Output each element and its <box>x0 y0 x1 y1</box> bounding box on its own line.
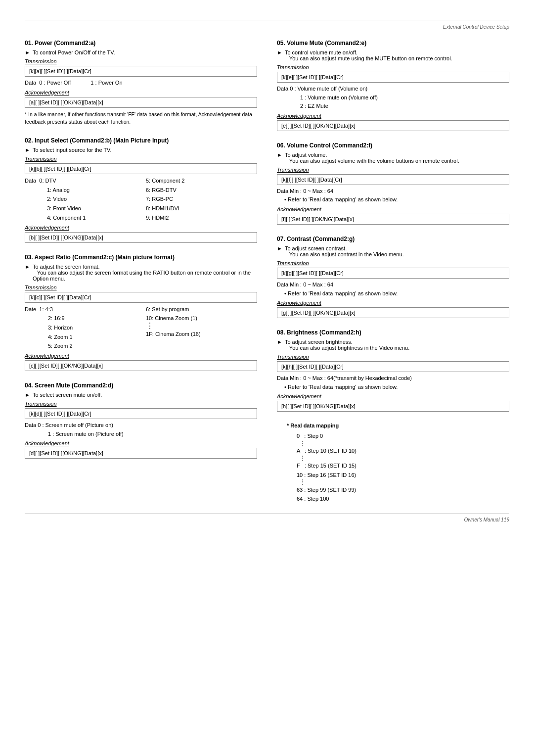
ack-label-02: Acknowledgement <box>25 225 257 231</box>
ack-label-03: Acknowledgement <box>25 353 257 359</box>
bottom-rule <box>25 514 509 514</box>
ack-cmd-04: [d][ ][Set ID][ ][OK/NG][Data][x] <box>25 448 257 459</box>
dots-real-1: ⋮ <box>299 441 509 446</box>
section-02-title: 02. Input Select (Command2:b) (Main Pict… <box>25 137 257 144</box>
page: External Control Device Setup 01. Power … <box>0 0 534 756</box>
tx-cmd-05: [k][e][ ][Set ID][ ][Data][Cr] <box>277 72 509 83</box>
tx-cmd-06: [k][f][ ][Set ID][ ][Data][Cr] <box>277 174 509 185</box>
dots-real-2: ⋮ <box>299 456 509 461</box>
data-lines-08: Data Min : 0 ~ Max : 64(*transmit by Hex… <box>277 374 509 391</box>
dots-real-3: ⋮ <box>299 479 509 485</box>
tx-label-05: Transmission <box>277 64 509 70</box>
data-lines-04: Data 0 : Screen mute off (Picture on) 1 … <box>25 421 257 438</box>
section-08: 08. Brightness (Command2:h) ► To adjust … <box>277 329 509 412</box>
ack-label-07: Acknowledgement <box>277 300 509 306</box>
ack-cmd-01: [a][ ][Set ID][ ][OK/NG][Data][x] <box>25 97 257 108</box>
left-column: 01. Power (Command2:a) ► To control Powe… <box>25 40 257 504</box>
section-06: 06. Volume Control (Command2:f) ► To adj… <box>277 142 509 225</box>
main-content: 01. Power (Command2:a) ► To control Powe… <box>25 40 509 504</box>
ack-cmd-08: [h][ ][Set ID][ ][OK/NG][Data][x] <box>277 401 509 412</box>
arrow-icon-04: ► <box>25 392 30 398</box>
section-05-desc: ► To control volume mute on/off. You can… <box>277 49 509 61</box>
arrow-icon-02: ► <box>25 147 30 153</box>
ack-cmd-07: [g][ ][Set ID][ ][OK/NG][Data][x] <box>277 307 509 318</box>
tx-cmd-08: [k][h][ ][Set ID][ ][Data][Cr] <box>277 361 509 372</box>
tx-cmd-07: [k][g][ ][Set ID][ ][Data][Cr] <box>277 268 509 279</box>
real-data-lines: 0 : Step 0 ⋮ A : Step 10 (SET ID 10) ⋮ F… <box>297 431 509 504</box>
tx-cmd-03: [k][c][ ][Set ID][ ][Data][Cr] <box>25 292 257 303</box>
arrow-icon-05: ► <box>277 49 282 55</box>
data-lines-05: Data 0 : Volume mute off (Volume on) 1 :… <box>277 85 509 111</box>
footer-text: Owner's Manual 119 <box>464 517 509 522</box>
section-07: 07. Contrast (Command2:g) ► To adjust sc… <box>277 236 509 318</box>
tx-label-01: Transmission <box>25 58 257 64</box>
header-title: External Control Device Setup <box>443 24 509 30</box>
real-data-section: * Real data mapping 0 : Step 0 ⋮ A : Ste… <box>287 423 509 504</box>
ack-label-05: Acknowledgement <box>277 113 509 119</box>
arrow-icon-03: ► <box>25 264 30 270</box>
note-01: * In a like manner, if other functions t… <box>25 111 257 127</box>
ack-label-06: Acknowledgement <box>277 206 509 212</box>
tx-label-02: Transmission <box>25 156 257 162</box>
ack-label-01: Acknowledgement <box>25 90 257 95</box>
section-02: 02. Input Select (Command2:b) (Main Pict… <box>25 137 257 242</box>
section-06-title: 06. Volume Control (Command2:f) <box>277 142 509 149</box>
tx-label-04: Transmission <box>25 401 257 407</box>
real-data-title: * Real data mapping <box>287 423 509 428</box>
arrow-icon-06: ► <box>277 152 282 158</box>
section-02-desc: ► To select input source for the TV. <box>25 147 257 153</box>
section-03: 03. Aspect Ratio (Command2:c) (Main pict… <box>25 254 257 371</box>
section-04-title: 04. Screen Mute (Command2:d) <box>25 382 257 389</box>
tx-label-07: Transmission <box>277 260 509 266</box>
ack-cmd-02: [b][ ][Set ID][ ][OK/NG][Data][x] <box>25 232 257 243</box>
ack-cmd-05: [e][ ][Set ID][ ][OK/NG][Data][x] <box>277 120 509 131</box>
data-02: Data 0: DTV 1: Analog 2: Video 3: Front … <box>25 176 257 222</box>
section-03-title: 03. Aspect Ratio (Command2:c) (Main pict… <box>25 254 257 261</box>
right-column: 05. Volume Mute (Command2:e) ► To contro… <box>277 40 509 504</box>
dots-icon: ⋮ <box>146 323 257 330</box>
tx-cmd-04: [k][d][ ][Set ID][ ][Data][Cr] <box>25 408 257 419</box>
section-05-title: 05. Volume Mute (Command2:e) <box>277 40 509 47</box>
section-08-desc: ► To adjust screen brightness. You can a… <box>277 339 509 351</box>
section-01: 01. Power (Command2:a) ► To control Powe… <box>25 40 257 126</box>
section-06-desc: ► To adjust volume. You can also adjust … <box>277 152 509 164</box>
tx-cmd-01: [k][a][ ][Set ID][ ][Data][Cr] <box>25 66 257 77</box>
arrow-icon: ► <box>25 49 30 55</box>
section-01-desc: ► To control Power On/Off of the TV. <box>25 49 257 55</box>
tx-label-03: Transmission <box>25 284 257 290</box>
page-footer: Owner's Manual 119 <box>25 517 509 522</box>
ack-label-04: Acknowledgement <box>25 440 257 446</box>
arrow-icon-08: ► <box>277 339 282 345</box>
ack-label-08: Acknowledgement <box>277 393 509 399</box>
section-01-title: 01. Power (Command2:a) <box>25 40 257 47</box>
section-04: 04. Screen Mute (Command2:d) ► To select… <box>25 382 257 459</box>
tx-cmd-02: [k][b][ ][Set ID][ ][Data][Cr] <box>25 163 257 174</box>
section-03-desc: ► To adjust the screen format. You can a… <box>25 264 257 282</box>
section-08-title: 08. Brightness (Command2:h) <box>277 329 509 336</box>
data-lines-06: Data Min : 0 ~ Max : 64 Refer to 'Real d… <box>277 187 509 204</box>
section-07-desc: ► To adjust screen contrast. You can als… <box>277 245 509 257</box>
section-04-desc: ► To select screen mute on/off. <box>25 392 257 398</box>
ack-cmd-03: [c][ ][Set ID][ ][OK/NG][Data][x] <box>25 360 257 371</box>
data-lines-01: Data 0 : Power Off1 : Power On <box>25 79 257 88</box>
page-header: External Control Device Setup <box>25 24 509 30</box>
tx-label-08: Transmission <box>277 354 509 360</box>
data-lines-07: Data Min : 0 ~ Max : 64 Refer to 'Real d… <box>277 281 509 298</box>
tx-label-06: Transmission <box>277 167 509 173</box>
ack-cmd-06: [f][ ][Set ID][ ][OK/NG][Data][x] <box>277 214 509 225</box>
arrow-icon-07: ► <box>277 245 282 251</box>
section-05: 05. Volume Mute (Command2:e) ► To contro… <box>277 40 509 131</box>
top-rule <box>25 20 509 20</box>
data-03: Date 1: 4:3 2: 16:9 3: Horizon 4: Zoom 1… <box>25 305 257 351</box>
section-07-title: 07. Contrast (Command2:g) <box>277 236 509 242</box>
